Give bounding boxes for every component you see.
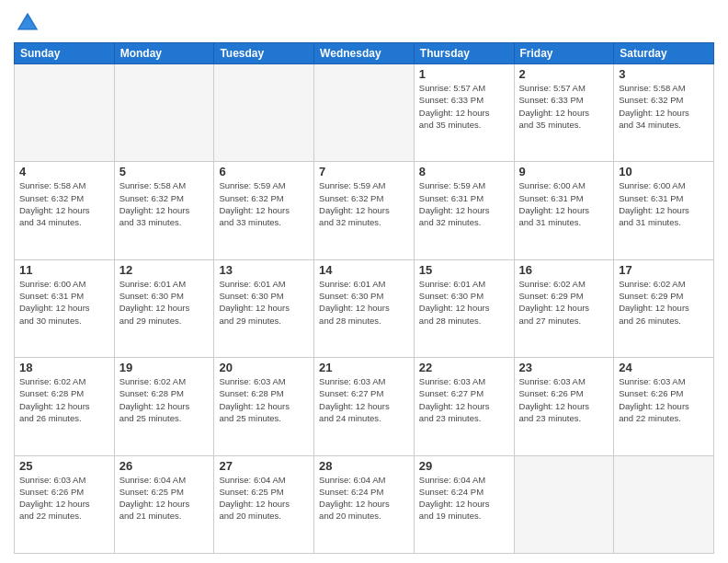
day-cell: 14Sunrise: 6:01 AM Sunset: 6:30 PM Dayli…: [314, 259, 415, 357]
day-info: Sunrise: 6:00 AM Sunset: 6:31 PM Dayligh…: [619, 179, 709, 228]
day-number: 23: [519, 361, 609, 374]
day-number: 27: [219, 459, 309, 473]
day-number: 12: [119, 263, 210, 277]
day-cell: 13Sunrise: 6:01 AM Sunset: 6:30 PM Dayli…: [214, 259, 314, 357]
day-number: 28: [319, 459, 409, 473]
day-number: 17: [619, 263, 709, 277]
day-cell: 9Sunrise: 6:00 AM Sunset: 6:31 PM Daylig…: [514, 162, 614, 259]
day-info: Sunrise: 5:59 AM Sunset: 6:32 PM Dayligh…: [319, 179, 409, 228]
day-cell: 18Sunrise: 6:02 AM Sunset: 6:28 PM Dayli…: [15, 358, 115, 455]
day-info: Sunrise: 6:03 AM Sunset: 6:28 PM Dayligh…: [219, 375, 309, 424]
logo: [14, 9, 45, 37]
day-number: 24: [619, 361, 709, 374]
day-cell: [114, 64, 214, 162]
header-day: Sunday: [15, 43, 115, 64]
logo-icon: [14, 9, 41, 37]
day-info: Sunrise: 6:02 AM Sunset: 6:28 PM Dayligh…: [19, 375, 109, 424]
day-info: Sunrise: 6:03 AM Sunset: 6:27 PM Dayligh…: [419, 375, 509, 424]
day-info: Sunrise: 6:03 AM Sunset: 6:27 PM Dayligh…: [319, 375, 409, 424]
day-cell: 3Sunrise: 5:58 AM Sunset: 6:32 PM Daylig…: [614, 64, 714, 162]
header-row: SundayMondayTuesdayWednesdayThursdayFrid…: [15, 43, 714, 64]
day-cell: 4Sunrise: 5:58 AM Sunset: 6:32 PM Daylig…: [15, 162, 115, 259]
day-info: Sunrise: 5:58 AM Sunset: 6:32 PM Dayligh…: [619, 82, 709, 131]
day-info: Sunrise: 5:57 AM Sunset: 6:33 PM Dayligh…: [519, 82, 609, 131]
day-number: 8: [419, 165, 509, 178]
header: [14, 9, 714, 37]
day-number: 25: [19, 459, 109, 473]
day-number: 11: [19, 263, 109, 277]
day-info: Sunrise: 6:04 AM Sunset: 6:25 PM Dayligh…: [119, 474, 210, 523]
day-info: Sunrise: 6:02 AM Sunset: 6:29 PM Dayligh…: [519, 278, 609, 327]
day-cell: [214, 64, 314, 162]
day-cell: 20Sunrise: 6:03 AM Sunset: 6:28 PM Dayli…: [214, 358, 314, 455]
day-number: 3: [619, 67, 709, 81]
day-cell: 5Sunrise: 5:58 AM Sunset: 6:32 PM Daylig…: [114, 162, 214, 259]
day-number: 13: [219, 263, 309, 277]
day-number: 14: [319, 263, 409, 277]
header-day: Saturday: [614, 43, 714, 64]
day-cell: 19Sunrise: 6:02 AM Sunset: 6:28 PM Dayli…: [114, 358, 214, 455]
day-number: 19: [119, 361, 210, 374]
day-cell: 7Sunrise: 5:59 AM Sunset: 6:32 PM Daylig…: [314, 162, 415, 259]
day-cell: 27Sunrise: 6:04 AM Sunset: 6:25 PM Dayli…: [214, 455, 314, 553]
header-day: Monday: [114, 43, 214, 64]
day-info: Sunrise: 6:02 AM Sunset: 6:28 PM Dayligh…: [119, 375, 210, 424]
day-number: 1: [419, 67, 509, 81]
day-info: Sunrise: 5:59 AM Sunset: 6:32 PM Dayligh…: [219, 179, 309, 228]
day-info: Sunrise: 6:00 AM Sunset: 6:31 PM Dayligh…: [519, 179, 609, 228]
day-cell: 10Sunrise: 6:00 AM Sunset: 6:31 PM Dayli…: [614, 162, 714, 259]
week-row: 4Sunrise: 5:58 AM Sunset: 6:32 PM Daylig…: [15, 162, 714, 259]
day-info: Sunrise: 6:00 AM Sunset: 6:31 PM Dayligh…: [19, 278, 109, 327]
day-number: 6: [219, 165, 309, 178]
week-row: 1Sunrise: 5:57 AM Sunset: 6:33 PM Daylig…: [15, 64, 714, 162]
day-cell: 8Sunrise: 5:59 AM Sunset: 6:31 PM Daylig…: [414, 162, 514, 259]
header-day: Friday: [514, 43, 614, 64]
calendar: SundayMondayTuesdayWednesdayThursdayFrid…: [14, 42, 714, 554]
day-cell: [15, 64, 115, 162]
day-info: Sunrise: 6:01 AM Sunset: 6:30 PM Dayligh…: [119, 278, 210, 327]
day-number: 2: [519, 67, 609, 81]
day-cell: [314, 64, 415, 162]
day-cell: 1Sunrise: 5:57 AM Sunset: 6:33 PM Daylig…: [414, 64, 514, 162]
day-info: Sunrise: 6:04 AM Sunset: 6:24 PM Dayligh…: [419, 474, 509, 523]
day-info: Sunrise: 6:03 AM Sunset: 6:26 PM Dayligh…: [19, 474, 109, 523]
day-cell: [614, 455, 714, 553]
day-number: 22: [419, 361, 509, 374]
header-day: Thursday: [414, 43, 514, 64]
day-info: Sunrise: 6:03 AM Sunset: 6:26 PM Dayligh…: [619, 375, 709, 424]
day-cell: 11Sunrise: 6:00 AM Sunset: 6:31 PM Dayli…: [15, 259, 115, 357]
header-day: Wednesday: [314, 43, 415, 64]
day-info: Sunrise: 6:03 AM Sunset: 6:26 PM Dayligh…: [519, 375, 609, 424]
day-number: 21: [319, 361, 409, 374]
day-info: Sunrise: 6:04 AM Sunset: 6:25 PM Dayligh…: [219, 474, 309, 523]
day-number: 4: [19, 165, 109, 178]
day-cell: 29Sunrise: 6:04 AM Sunset: 6:24 PM Dayli…: [414, 455, 514, 553]
day-cell: 15Sunrise: 6:01 AM Sunset: 6:30 PM Dayli…: [414, 259, 514, 357]
day-cell: 2Sunrise: 5:57 AM Sunset: 6:33 PM Daylig…: [514, 64, 614, 162]
day-info: Sunrise: 6:01 AM Sunset: 6:30 PM Dayligh…: [319, 278, 409, 327]
day-number: 5: [119, 165, 210, 178]
day-cell: 24Sunrise: 6:03 AM Sunset: 6:26 PM Dayli…: [614, 358, 714, 455]
day-cell: 26Sunrise: 6:04 AM Sunset: 6:25 PM Dayli…: [114, 455, 214, 553]
week-row: 11Sunrise: 6:00 AM Sunset: 6:31 PM Dayli…: [15, 259, 714, 357]
day-cell: 12Sunrise: 6:01 AM Sunset: 6:30 PM Dayli…: [114, 259, 214, 357]
week-row: 18Sunrise: 6:02 AM Sunset: 6:28 PM Dayli…: [15, 358, 714, 455]
day-number: 20: [219, 361, 309, 374]
page: SundayMondayTuesdayWednesdayThursdayFrid…: [0, 0, 728, 563]
day-info: Sunrise: 5:58 AM Sunset: 6:32 PM Dayligh…: [119, 179, 210, 228]
day-cell: 16Sunrise: 6:02 AM Sunset: 6:29 PM Dayli…: [514, 259, 614, 357]
day-cell: 28Sunrise: 6:04 AM Sunset: 6:24 PM Dayli…: [314, 455, 415, 553]
day-info: Sunrise: 5:57 AM Sunset: 6:33 PM Dayligh…: [419, 82, 509, 131]
day-info: Sunrise: 5:58 AM Sunset: 6:32 PM Dayligh…: [19, 179, 109, 228]
day-cell: 22Sunrise: 6:03 AM Sunset: 6:27 PM Dayli…: [414, 358, 514, 455]
day-cell: 6Sunrise: 5:59 AM Sunset: 6:32 PM Daylig…: [214, 162, 314, 259]
day-number: 10: [619, 165, 709, 178]
day-info: Sunrise: 6:04 AM Sunset: 6:24 PM Dayligh…: [319, 474, 409, 523]
day-number: 26: [119, 459, 210, 473]
day-number: 29: [419, 459, 509, 473]
day-cell: 17Sunrise: 6:02 AM Sunset: 6:29 PM Dayli…: [614, 259, 714, 357]
day-cell: 23Sunrise: 6:03 AM Sunset: 6:26 PM Dayli…: [514, 358, 614, 455]
header-day: Tuesday: [214, 43, 314, 64]
day-cell: [514, 455, 614, 553]
day-info: Sunrise: 6:01 AM Sunset: 6:30 PM Dayligh…: [219, 278, 309, 327]
